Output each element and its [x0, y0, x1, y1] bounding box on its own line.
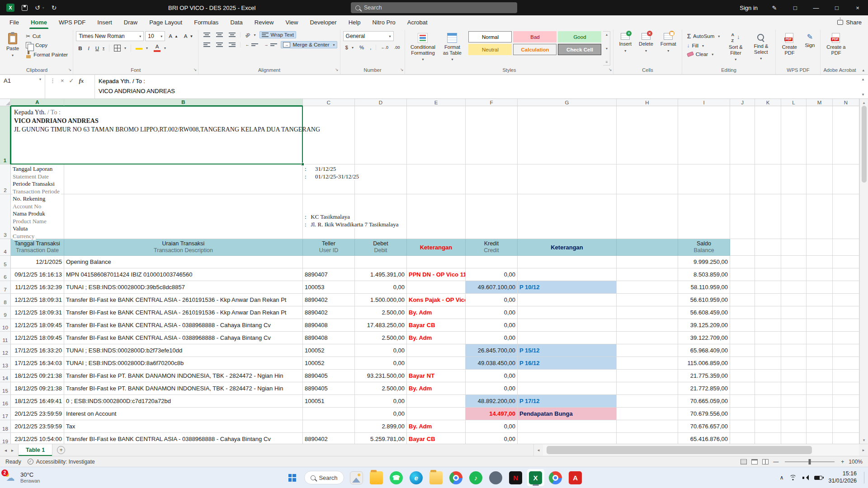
cell[interactable]	[617, 433, 678, 444]
page-break-view-button[interactable]	[762, 459, 769, 465]
cell[interactable]	[807, 370, 833, 382]
cell[interactable]	[730, 268, 755, 281]
decrease-indent-button[interactable]: ←	[243, 42, 260, 48]
cell[interactable]	[407, 164, 466, 194]
ribbon-tab-nitro-pro[interactable]: Nitro Pro	[366, 15, 401, 29]
cell[interactable]	[781, 281, 807, 294]
table-header-cell[interactable]: DebetDebit	[355, 239, 407, 256]
cell-teller[interactable]: 8890408	[303, 332, 355, 344]
cell-saldo[interactable]: 56.608.459,00	[678, 306, 730, 319]
cell-teller[interactable]: 8890408	[303, 319, 355, 332]
gallery-up-icon[interactable]: ▴	[606, 33, 608, 37]
bold-button[interactable]: B	[76, 45, 84, 52]
decrease-decimal-button[interactable]: .00	[392, 44, 402, 51]
cell[interactable]	[781, 395, 807, 408]
ribbon-tab-review[interactable]: Review	[249, 15, 280, 29]
cell-style-bad[interactable]: Bad	[513, 31, 557, 42]
cell-saldo[interactable]: 58.110.959,00	[678, 281, 730, 294]
merge-center-button[interactable]: ↔Merge & Center	[281, 41, 337, 48]
cell[interactable]	[807, 420, 833, 433]
horizontal-scrollbar[interactable]: ◂ ▸	[533, 444, 868, 456]
taskbar-search[interactable]: Search	[304, 471, 344, 484]
shrink-font-button[interactable]: A▼	[182, 33, 196, 40]
cell-description[interactable]: Transfer BI-Fast ke BANK CENTRAL ASIA - …	[64, 319, 303, 332]
cell[interactable]	[617, 194, 678, 239]
cell[interactable]	[807, 239, 833, 256]
cell-transaction-date[interactable]: 12/12/25 18:09:45	[11, 332, 64, 344]
zoom-slider[interactable]	[785, 461, 835, 462]
chrome-2-taskbar-button[interactable]	[547, 469, 564, 486]
cell-credit[interactable]: 0,00	[466, 319, 518, 332]
table-header-cell[interactable]	[617, 239, 678, 256]
cancel-icon[interactable]: ×	[61, 77, 64, 84]
middle-align-button[interactable]	[214, 32, 225, 38]
cell-credit[interactable]: 0,00	[466, 306, 518, 319]
cell[interactable]	[755, 256, 781, 268]
cell-transaction-date[interactable]: 17/12/25 16:34:03	[11, 357, 64, 370]
scroll-down-icon[interactable]: ▾	[863, 438, 865, 442]
accessibility-status[interactable]: ✓ Accessibility: Investigate	[28, 459, 95, 465]
cell-transaction-date[interactable]: 12/12/25 18:09:31	[11, 294, 64, 306]
cell-credit-note[interactable]	[518, 306, 617, 319]
battery-icon[interactable]	[814, 476, 822, 480]
page-layout-view-button[interactable]	[751, 459, 758, 465]
row-header-12[interactable]: 12	[0, 344, 11, 357]
cell-transaction-date[interactable]: 20/12/25 23:59:59	[11, 408, 64, 420]
cell[interactable]	[781, 294, 807, 306]
cell-transaction-date[interactable]: 17/12/25 16:33:20	[11, 344, 64, 357]
cell[interactable]	[781, 256, 807, 268]
cell[interactable]	[617, 106, 678, 164]
cell[interactable]	[807, 408, 833, 420]
row-header-9[interactable]: 9	[0, 306, 11, 319]
table-header-cell[interactable]: Tanggal TransaksiTransaction Date	[11, 239, 64, 256]
cell[interactable]	[678, 106, 730, 164]
row-header-17[interactable]: 17	[0, 408, 11, 420]
cell-credit-note[interactable]	[518, 420, 617, 433]
cell-saldo[interactable]: 70.679.556,00	[678, 408, 730, 420]
alignment-dialog-launcher-icon[interactable]: ↘	[335, 68, 339, 72]
column-header-L[interactable]: L	[781, 99, 807, 106]
cell-debit-note[interactable]: By. Adm	[407, 332, 466, 344]
cell[interactable]	[407, 106, 466, 164]
copy-button[interactable]: Copy	[24, 41, 70, 49]
cell[interactable]	[833, 306, 859, 319]
cell-debit[interactable]: 2.500,00	[355, 382, 407, 395]
share-button[interactable]: Share	[837, 19, 862, 26]
gallery-down-icon[interactable]: ▾	[606, 47, 608, 51]
cell-debit-note[interactable]: Bayar NT	[407, 370, 466, 382]
cell[interactable]	[807, 194, 833, 239]
formula-scroll-up-icon[interactable]: ▴	[862, 77, 864, 81]
cell[interactable]	[781, 268, 807, 281]
ribbon-display-options-button[interactable]: □	[785, 0, 806, 15]
cell-credit-note[interactable]: P 10/12	[518, 281, 617, 294]
cell-description[interactable]: Transfer BI-Fast ke PT. BANK DANAMON IND…	[64, 382, 303, 395]
cell-saldo[interactable]: 8.503.859,00	[678, 268, 730, 281]
volume-icon[interactable]	[802, 475, 808, 480]
cell-saldo[interactable]: 56.610.959,00	[678, 294, 730, 306]
cell-description[interactable]: TUNAI ; ESB:INDS:0002800D:b2f73efe10dd	[64, 344, 303, 357]
cell[interactable]	[833, 433, 859, 444]
insert-cells-button[interactable]: + Insert	[616, 31, 634, 55]
cell-credit-note[interactable]	[518, 319, 617, 332]
cell-debit-note[interactable]: Bayar CB	[407, 319, 466, 332]
column-header-M[interactable]: M	[807, 99, 833, 106]
cell-debit-note[interactable]: Bayar CB	[407, 433, 466, 444]
cell-credit[interactable]: 48.892.200,00	[466, 395, 518, 408]
ribbon-tab-home[interactable]: Home	[25, 15, 53, 29]
cell-debit-note[interactable]	[407, 357, 466, 370]
cell[interactable]	[730, 395, 755, 408]
cell[interactable]	[833, 332, 859, 344]
cell-teller[interactable]	[303, 408, 355, 420]
cell[interactable]	[755, 382, 781, 395]
row-header-15[interactable]: 15	[0, 382, 11, 395]
horizontal-scroll-thumb[interactable]	[547, 446, 812, 454]
cell[interactable]	[64, 194, 303, 239]
table-header-cell[interactable]: KreditCredit	[466, 239, 518, 256]
weather-widget[interactable]: ☁2 30°C Berawan	[5, 471, 40, 484]
cell-credit-note[interactable]	[518, 370, 617, 382]
cell[interactable]	[807, 344, 833, 357]
cell[interactable]	[755, 281, 781, 294]
cell-debit[interactable]: 0,00	[355, 281, 407, 294]
cell[interactable]	[64, 164, 303, 194]
collapse-ribbon-icon[interactable]: ▴	[862, 68, 864, 72]
